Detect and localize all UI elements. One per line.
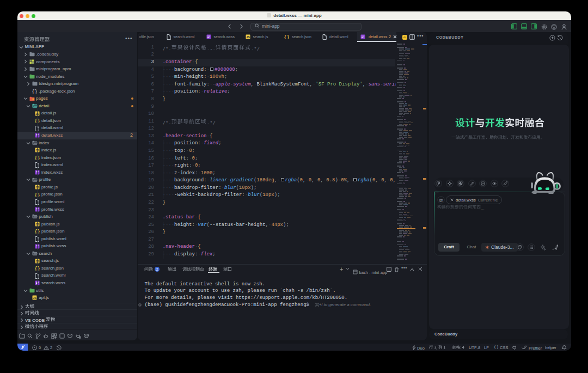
svg-text:JS: JS [33,297,36,300]
svg-text:{}: {} [32,89,37,94]
svg-text:JS: JS [246,35,250,39]
svg-text:@: @ [439,197,443,202]
svg-text:{}: {} [284,35,289,39]
